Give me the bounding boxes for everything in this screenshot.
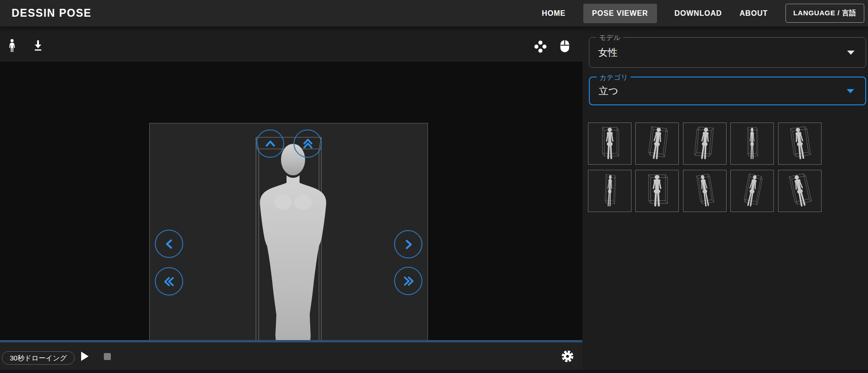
rotate-left-button[interactable] [155,230,183,258]
nav-menu: HOME POSE VIEWER DOWNLOAD ABOUT LANGUAGE… [542,4,864,23]
top-nav-bar: DESSIN POSE HOME POSE VIEWER DOWNLOAD AB… [0,0,868,26]
nav-item-pose-viewer[interactable]: POSE VIEWER [583,4,657,23]
rotate-right-fast-button[interactable] [394,267,422,295]
download-icon[interactable] [32,39,44,53]
mannequin-figure [150,123,428,373]
pose-thumbnail-5[interactable] [778,122,822,165]
pose-viewer-canvas[interactable] [0,62,582,340]
app-title: DESSIN POSE [12,7,91,19]
category-select-value: 立つ [599,77,619,104]
rotate-right-button[interactable] [394,230,422,258]
rotate-up-button[interactable] [256,129,284,158]
chevron-down-icon [847,89,854,93]
page-bottom-strip [0,370,868,373]
nav-item-download[interactable]: DOWNLOAD [675,9,722,18]
stop-icon[interactable] [104,353,111,360]
nav-item-home[interactable]: HOME [542,9,566,18]
language-button[interactable]: LANGUAGE / 言語 [785,4,864,23]
category-select[interactable]: カテゴリ 立つ [589,77,866,105]
drawing-mode-button[interactable]: 30秒ドローイング [2,351,75,365]
nav-item-about[interactable]: ABOUT [740,9,768,18]
pose-thumbnail-3[interactable] [683,122,727,165]
pose-thumbnail-9[interactable] [730,170,774,212]
pose-stage[interactable] [149,123,428,373]
model-select[interactable]: モデル 女性 [589,37,866,68]
pose-thumbnail-grid [588,122,868,212]
pose-thumbnail-8[interactable] [683,170,727,212]
mouse-icon[interactable] [558,39,571,55]
pose-thumbnail-4[interactable] [730,122,774,165]
chevron-down-icon [847,51,855,55]
model-select-value: 女性 [598,38,618,67]
rotate-up-fast-button[interactable] [294,129,322,158]
controller-dots-icon[interactable] [534,40,547,55]
play-icon[interactable] [81,352,89,361]
dessin-pose-app: DESSIN POSE HOME POSE VIEWER DOWNLOAD AB… [0,0,868,373]
settings-gear-icon[interactable] [561,349,574,365]
pose-thumbnail-6[interactable] [588,170,632,212]
rotate-left-fast-button[interactable] [155,267,183,296]
pose-thumbnail-2[interactable] [635,122,679,165]
figure-model-icon[interactable] [6,39,18,54]
pose-thumbnail-10[interactable] [778,170,822,212]
pose-thumbnail-1[interactable] [588,122,632,165]
mannequin-body [260,144,326,373]
pose-thumbnail-7[interactable] [635,170,679,212]
